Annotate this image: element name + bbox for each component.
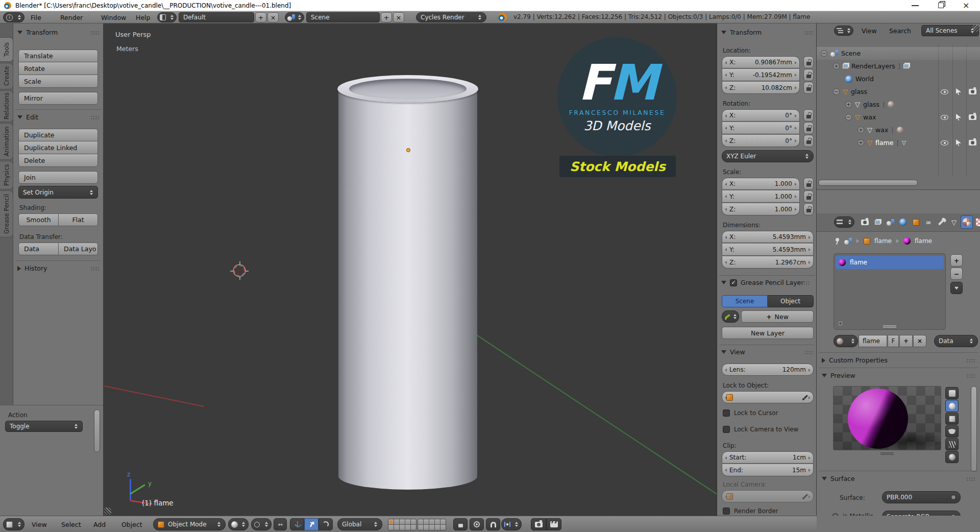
lock-to-cursor-row[interactable]: Lock to Cursor (723, 409, 778, 417)
translate-button[interactable]: Translate (18, 50, 98, 62)
render-engine-select[interactable]: Cycles Render (416, 12, 486, 22)
lock-rotation-y-button[interactable] (803, 122, 814, 134)
tab-world[interactable] (897, 215, 909, 229)
titlebar[interactable]: Blender* [C:\Users\franc\Desktop\votive_… (0, 0, 980, 11)
outliner-row-world[interactable]: World (817, 72, 980, 85)
lock-location-x-button[interactable] (803, 56, 814, 68)
tab-physics[interactable]: Physics (0, 161, 13, 189)
panel-grip-icon[interactable] (801, 281, 810, 285)
viewport-editor-type-button[interactable] (3, 518, 24, 530)
outliner-resize-grip[interactable] (972, 25, 979, 32)
outliner-filter-select[interactable]: All Scenes (921, 25, 979, 36)
visibility-toggle-icon[interactable] (941, 115, 948, 120)
proportional-edit-toggle[interactable] (470, 518, 484, 530)
duplicate-button[interactable]: Duplicate (18, 129, 98, 141)
delete-scene-button[interactable]: × (393, 12, 404, 22)
preview-resize-grip[interactable] (880, 452, 894, 455)
properties-editor-type-button[interactable] (834, 216, 854, 228)
outliner-row-renderlayers[interactable]: +RenderLayers| (817, 60, 980, 72)
expand-icon[interactable]: + (857, 139, 864, 146)
tab-data[interactable]: ▽ (948, 215, 960, 229)
lock-to-object-picker[interactable] (722, 391, 814, 403)
layers-group-1[interactable] (388, 519, 416, 530)
visibility-toggle-icon[interactable] (941, 89, 948, 94)
material-browse-button[interactable] (834, 335, 858, 347)
location-x-field[interactable]: X:0.90867mm (722, 56, 800, 68)
selectability-toggle-icon[interactable] (956, 114, 961, 120)
render-border-checkbox[interactable] (723, 507, 730, 515)
clip-start-field[interactable]: Start:1cm (722, 451, 814, 464)
rotate-button[interactable]: Rotate (18, 62, 98, 75)
candle-model[interactable] (337, 75, 478, 491)
location-y-field[interactable]: Y:-0.19542mm (722, 69, 800, 81)
material-name-field[interactable]: flame (859, 335, 887, 347)
lock-scale-z-button[interactable] (803, 203, 814, 215)
panel-grip-icon[interactable] (804, 31, 813, 35)
scale-button[interactable]: Scale (18, 75, 98, 88)
lock-scale-x-button[interactable] (803, 178, 814, 190)
eyedropper-icon[interactable] (802, 394, 809, 401)
panel-grip-icon[interactable] (90, 267, 99, 271)
lock-rotation-x-button[interactable] (803, 109, 814, 122)
location-z-field[interactable]: Z:10.082cm (722, 82, 800, 94)
material-slot-specials-button[interactable] (950, 282, 963, 294)
list-resize-grip[interactable] (883, 325, 896, 328)
orientation-select[interactable]: Global (337, 518, 382, 530)
surface-shader-select[interactable]: PBR.000 (882, 491, 961, 503)
lock-to-scene-toggle[interactable] (453, 518, 468, 530)
join-button[interactable]: Join (18, 171, 98, 184)
expand-icon[interactable]: + (833, 63, 840, 69)
tab-create[interactable]: Create (0, 63, 13, 89)
render-border-row[interactable]: Render Border (723, 507, 778, 515)
tab-scene[interactable] (884, 215, 896, 229)
render-opengl-anim-button[interactable] (546, 518, 561, 530)
lock-location-z-button[interactable] (803, 82, 814, 94)
outliner-menu-view[interactable]: View (862, 27, 877, 35)
menu-help[interactable]: Help (136, 13, 151, 21)
lock-to-cursor-checkbox[interactable] (723, 409, 730, 417)
breadcrumb-object-name[interactable]: flame (874, 237, 892, 245)
transform-panel-header[interactable]: Transform (721, 29, 813, 36)
lock-camera-checkbox[interactable] (723, 426, 730, 433)
scene-name-field[interactable]: Scene (306, 12, 380, 22)
vp-menu-view[interactable]: View (32, 520, 47, 528)
lock-scale-y-button[interactable] (803, 190, 814, 203)
delete-layout-button[interactable]: × (267, 12, 279, 22)
data-layout-button[interactable]: Data Layo (59, 243, 98, 255)
expand-icon[interactable]: + (845, 101, 852, 108)
mirror-button[interactable]: Mirror (18, 92, 98, 105)
expand-icon[interactable]: + (857, 127, 864, 133)
view-panel-header[interactable]: View (721, 348, 813, 356)
vp-menu-add[interactable]: Add (93, 520, 106, 528)
shading-select[interactable] (228, 518, 249, 530)
manipulator-axes-button[interactable] (290, 518, 304, 530)
panel-grip-icon[interactable] (90, 115, 99, 119)
menu-window[interactable]: Window (101, 13, 126, 21)
gp-source-scene-tab[interactable]: Scene (722, 295, 768, 307)
tab-material[interactable] (961, 215, 973, 229)
tab-relations[interactable]: Relations (0, 90, 13, 122)
vp-menu-select[interactable]: Select (61, 520, 81, 528)
data-button[interactable]: Data (18, 243, 59, 255)
outliner-editor-type-button[interactable] (834, 26, 853, 36)
mode-select[interactable]: Object Mode (153, 518, 226, 530)
scale-x-field[interactable]: X:1.000 (722, 178, 800, 190)
collapse-icon[interactable]: − (833, 88, 840, 95)
set-origin-menu[interactable]: Set Origin (18, 186, 98, 199)
rotation-y-field[interactable]: Y:0° (722, 122, 800, 134)
renderability-toggle-icon[interactable] (969, 114, 976, 120)
operator-scrollbar[interactable] (94, 409, 100, 452)
material-slot-list[interactable]: flame + (834, 253, 946, 330)
manipulator-rotate-button[interactable] (318, 518, 333, 530)
visibility-toggle-icon[interactable] (941, 140, 948, 146)
dimensions-y-field[interactable]: Y:5.4593mm (722, 244, 814, 256)
pivot-select[interactable] (251, 518, 272, 530)
outliner-row-wax-object[interactable]: −▽wax (817, 111, 980, 124)
preview-flat-button[interactable] (945, 387, 959, 399)
preview-sphere-button[interactable] (945, 400, 959, 412)
viewport-3d[interactable]: User Persp Meters (103, 23, 717, 516)
shade-smooth-button[interactable]: Smooth (18, 213, 59, 226)
lock-location-y-button[interactable] (803, 69, 814, 81)
gp-new-button[interactable]: +New (741, 310, 814, 323)
editor-type-info-button[interactable]: i (3, 12, 24, 22)
